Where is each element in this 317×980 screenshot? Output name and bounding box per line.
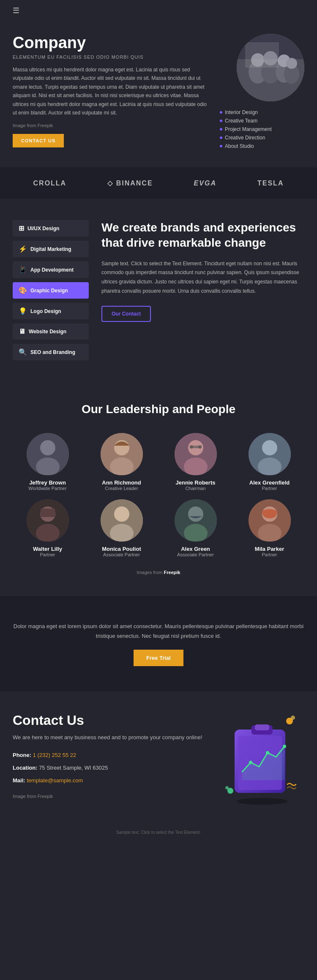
dot-icon xyxy=(220,120,222,122)
person-title: Partner xyxy=(235,552,304,557)
person-jennie-roberts: Jennie Roberts Chairman xyxy=(161,433,230,491)
list-item: Interior Design xyxy=(220,108,304,117)
team-photo-svg xyxy=(237,34,304,101)
hero-description: Massa ultrices mi quis hendrerit dolor m… xyxy=(13,65,211,117)
contact-illustration xyxy=(222,713,302,797)
website-design-icon: 🖥 xyxy=(19,328,25,335)
logo-crolla: CROLLA xyxy=(33,180,67,187)
person-name: Monica Pouliot xyxy=(87,546,156,552)
svg-rect-29 xyxy=(41,509,55,517)
person-title: Associate Partner xyxy=(161,552,230,557)
logo-tesla: TESLA xyxy=(257,180,284,187)
app-dev-icon: 📱 xyxy=(19,266,27,274)
svg-rect-44 xyxy=(255,724,269,730)
svg-point-24 xyxy=(262,440,277,455)
cta-description: Dolor magna eget est lorem ipsum dolor s… xyxy=(13,621,304,641)
person-walter-lilly: Walter Lilly Partner xyxy=(13,499,82,557)
contact-left: Contact Us We are here to meet any busin… xyxy=(13,713,211,805)
hero-image-credit: Image from Freepik xyxy=(13,123,211,128)
person-name: Alex Greenfield xyxy=(235,479,304,486)
list-item: Project Management xyxy=(220,125,304,133)
person-name: Walter Lilly xyxy=(13,546,82,552)
person-title: Partner xyxy=(13,552,82,557)
person-mila-parker: Mila Parker Partner xyxy=(235,499,304,557)
service-website-design-button[interactable]: 🖥 Website Design xyxy=(13,324,89,340)
list-item: Creative Team xyxy=(220,117,304,125)
svg-point-48 xyxy=(283,745,286,748)
person-ann-richmond: Ann Richmond Creative Leader xyxy=(87,433,156,491)
hamburger-menu-icon[interactable]: ☰ xyxy=(13,6,19,15)
binance-icon: ◇ xyxy=(107,180,113,187)
hero-feature-list: Interior Design Creative Team Project Ma… xyxy=(220,108,304,150)
svg-point-31 xyxy=(114,506,129,522)
service-seo-branding-button[interactable]: 🔍 SEO and Branding xyxy=(13,344,89,360)
services-section: ⊞ UI/UX Design ⚡ Digital Marketing 📱 App… xyxy=(0,199,317,381)
digital-marketing-icon: ⚡ xyxy=(19,245,27,253)
footer-note-text: Sample text. Click to select the Text El… xyxy=(116,830,201,835)
contact-us-button[interactable]: CONTACT US xyxy=(13,134,64,147)
contact-title: Contact Us xyxy=(13,713,211,728)
person-title: Creative Leader xyxy=(87,486,156,491)
hero-section: Company ELEMENTUM EU FACILISIS SED ODIO … xyxy=(0,21,317,167)
svg-point-46 xyxy=(249,761,252,764)
service-digital-marketing-button[interactable]: ⚡ Digital Marketing xyxy=(13,241,89,257)
company-title: Company xyxy=(13,34,211,52)
list-item: About Studio xyxy=(220,142,304,150)
service-graphic-design-button[interactable]: 🎨 Graphic Design xyxy=(13,282,89,299)
contact-illustration-svg xyxy=(222,713,302,806)
list-item: Creative Direction xyxy=(220,133,304,142)
dot-icon xyxy=(220,136,222,139)
svg-point-13 xyxy=(36,457,60,475)
svg-rect-10 xyxy=(245,42,279,68)
hero-subtitle: ELEMENTUM EU FACILISIS SED ODIO MORBI QU… xyxy=(13,54,211,60)
logo-evga: EVGA xyxy=(194,180,216,187)
person-name: Ann Richmond xyxy=(87,479,156,486)
svg-point-38 xyxy=(258,524,281,542)
logo-binance: ◇ BINANCE xyxy=(107,179,153,187)
person-monica-pouliot: Monica Pouliot Associate Partner xyxy=(87,499,156,557)
services-tagline: We create brands and experiences that dr… xyxy=(101,220,304,251)
avatar-ann-richmond xyxy=(101,433,143,475)
graphic-design-icon: 🎨 xyxy=(19,286,27,294)
person-name: Jennie Roberts xyxy=(161,479,230,486)
svg-point-12 xyxy=(40,440,55,455)
contact-image-credit: Image from Freepik xyxy=(13,794,211,799)
dot-icon xyxy=(220,145,222,147)
service-app-dev-button[interactable]: 📱 App Development xyxy=(13,261,89,278)
images-credit: Images from Freepik xyxy=(13,570,304,575)
svg-point-50 xyxy=(291,716,295,720)
person-name: Mila Parker xyxy=(235,546,304,552)
free-trial-button[interactable]: Free Trial xyxy=(134,650,183,666)
person-title: Worldwide Partner xyxy=(13,486,82,491)
service-uiux-button[interactable]: ⊞ UI/UX Design xyxy=(13,220,89,237)
svg-point-34 xyxy=(188,506,203,522)
service-logo-design-button[interactable]: 💡 Logo Design xyxy=(13,303,89,319)
mail-link[interactable]: template@sample.com xyxy=(27,777,83,784)
avatar-walter-lilly xyxy=(27,499,69,542)
svg-rect-22 xyxy=(190,446,202,448)
people-grid: Jeffrey Brown Worldwide Partner Ann Rich… xyxy=(13,433,304,557)
top-nav: ☰ xyxy=(0,0,317,21)
person-jeffrey-brown: Jeffrey Brown Worldwide Partner xyxy=(13,433,82,491)
avatar-alex-greenfield xyxy=(249,433,291,475)
location-info: Location: 75 Street Sample, WI 63025 xyxy=(13,763,211,773)
person-title: Associate Partner xyxy=(87,552,156,557)
svg-point-32 xyxy=(110,524,134,542)
leadership-title: Our Leadership and People xyxy=(13,403,304,416)
avatar-alex-green xyxy=(175,499,217,542)
contact-right xyxy=(220,713,304,797)
svg-point-35 xyxy=(184,524,208,542)
hero-left: Company ELEMENTUM EU FACILISIS SED ODIO … xyxy=(13,34,211,147)
tagline-area: We create brands and experiences that dr… xyxy=(101,220,304,360)
seo-branding-icon: 🔍 xyxy=(19,348,27,356)
svg-point-52 xyxy=(225,786,229,789)
person-alex-greenfield: Alex Greenfield Partner xyxy=(235,433,304,491)
person-title: Partner xyxy=(235,486,304,491)
logos-section: CROLLA ◇ BINANCE EVGA TESLA xyxy=(0,167,317,199)
cta-section: Dolor magna eget est lorem ipsum dolor s… xyxy=(0,596,317,691)
our-contact-button[interactable]: Our Contact xyxy=(101,306,151,322)
avatar-mila-parker xyxy=(249,499,291,542)
mail-info: Mail: template@sample.com xyxy=(13,776,211,785)
phone-link[interactable]: 1 (232) 252 55 22 xyxy=(33,752,77,758)
dot-icon xyxy=(220,111,222,114)
